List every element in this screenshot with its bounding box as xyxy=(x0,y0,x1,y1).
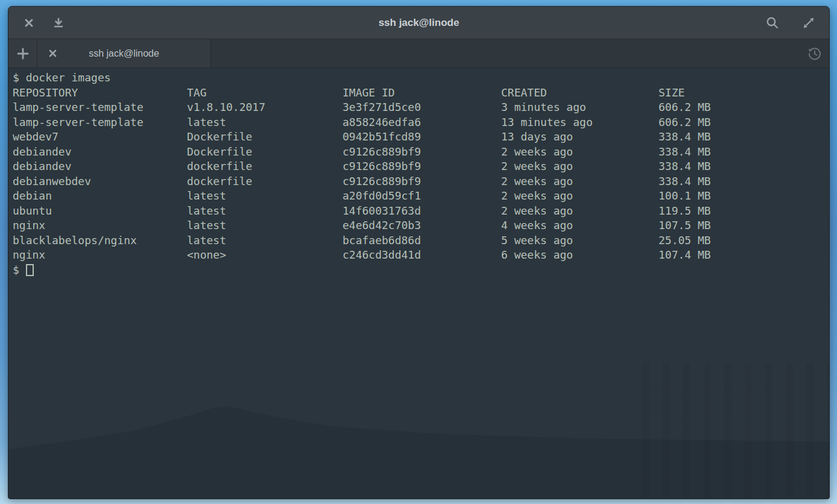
cell-size: 25.05 MB xyxy=(659,233,829,248)
table-row: debian latest a20fd0d59cf1 2 weeks ago 1… xyxy=(13,189,829,204)
cell-repository: lamp-server-template xyxy=(13,100,187,115)
cell-tag: latest xyxy=(187,189,343,204)
tab-ssh-session[interactable]: ssh jack@linode xyxy=(37,39,211,68)
terminal-window: ssh jack@linode xyxy=(8,6,830,499)
terminal-cursor xyxy=(26,264,34,276)
search-button[interactable] xyxy=(760,11,785,35)
maximize-icon xyxy=(802,16,815,30)
docker-images-table: lamp-server-template v1.8.10.2017 3e3f27… xyxy=(13,100,829,263)
table-row: debianwebdev dockerfile c9126c889bf9 2 w… xyxy=(13,174,829,189)
col-header-size: SIZE xyxy=(659,86,829,101)
col-header-tag: TAG xyxy=(187,86,343,101)
table-row: ubuntu latest 14f60031763d 2 weeks ago 1… xyxy=(13,204,829,219)
cell-repository: nginx xyxy=(13,248,187,263)
cell-tag: latest xyxy=(187,233,343,248)
history-button[interactable] xyxy=(800,39,829,68)
cell-image-id: c9126c889bf9 xyxy=(343,159,501,174)
cell-image-id: 14f60031763d xyxy=(343,204,501,219)
cell-size: 338.4 MB xyxy=(659,174,829,189)
table-row: debiandev dockerfile c9126c889bf9 2 week… xyxy=(13,159,829,174)
cell-created: 2 weeks ago xyxy=(501,145,659,160)
cell-created: 6 weeks ago xyxy=(501,248,659,263)
tabbar-spacer xyxy=(211,39,800,68)
cell-size: 107.4 MB xyxy=(659,248,829,263)
cell-image-id: c9126c889bf9 xyxy=(343,174,501,189)
command-line: $ docker images xyxy=(13,71,829,86)
cell-created: 2 weeks ago xyxy=(501,159,659,174)
history-icon xyxy=(807,46,823,61)
col-header-created: CREATED xyxy=(501,86,659,101)
cell-created: 13 minutes ago xyxy=(501,115,659,130)
wallpaper-mountain-silhouette xyxy=(8,369,829,499)
cell-created: 4 weeks ago xyxy=(501,218,659,233)
cell-size: 338.4 MB xyxy=(659,145,829,160)
cell-created: 3 minutes ago xyxy=(501,100,659,115)
table-row: debiandev Dockerfile c9126c889bf9 2 week… xyxy=(13,145,829,160)
cell-repository: lamp-server-template xyxy=(13,115,187,130)
cell-size: 338.4 MB xyxy=(659,130,829,145)
table-row: webdev7 Dockerfile 0942b51fcd89 13 days … xyxy=(13,130,829,145)
plus-icon xyxy=(16,47,30,60)
cell-tag: v1.8.10.2017 xyxy=(187,100,343,115)
terminal-screen[interactable]: $ docker images REPOSITORY TAG IMAGE ID … xyxy=(8,68,829,499)
cell-image-id: 3e3f271d5ce0 xyxy=(343,100,501,115)
cell-image-id: c9126c889bf9 xyxy=(343,145,501,160)
cell-size: 107.5 MB xyxy=(659,218,829,233)
cell-repository: debiandev xyxy=(13,145,187,160)
cell-created: 13 days ago xyxy=(501,130,659,145)
cell-repository: debiandev xyxy=(13,159,187,174)
table-row: nginx <none> c246cd3dd41d 6 weeks ago 10… xyxy=(13,248,829,263)
cell-created: 2 weeks ago xyxy=(501,174,659,189)
tab-label: ssh jack@linode xyxy=(37,48,210,59)
cell-repository: debianwebdev xyxy=(13,174,187,189)
new-tab-button[interactable] xyxy=(8,39,37,68)
window-title: ssh jack@linode xyxy=(8,17,829,29)
tabbar: ssh jack@linode xyxy=(8,39,829,68)
maximize-button[interactable] xyxy=(797,11,821,35)
cell-size: 338.4 MB xyxy=(659,159,829,174)
cell-size: 119.5 MB xyxy=(659,204,829,219)
cell-repository: blacklabelops/nginx xyxy=(13,233,187,248)
table-row: blacklabelops/nginx latest bcafaeb6d86d … xyxy=(13,233,829,248)
cell-repository: ubuntu xyxy=(13,204,187,219)
titlebar: ssh jack@linode xyxy=(8,7,829,39)
cell-size: 100.1 MB xyxy=(659,189,829,204)
prompt-symbol: $ xyxy=(13,263,19,276)
cell-image-id: a20fd0d59cf1 xyxy=(343,189,501,204)
cell-tag: Dockerfile xyxy=(187,130,343,145)
cell-image-id: bcafaeb6d86d xyxy=(343,233,501,248)
cell-image-id: a858246edfa6 xyxy=(343,115,501,130)
tab-close-button[interactable] xyxy=(48,49,57,58)
wallpaper-tree-silhouette xyxy=(642,363,829,499)
cell-created: 2 weeks ago xyxy=(501,189,659,204)
close-icon xyxy=(24,17,34,28)
cell-size: 606.2 MB xyxy=(659,115,829,130)
cell-tag: latest xyxy=(187,115,343,130)
col-header-repository: REPOSITORY xyxy=(13,86,187,101)
cell-repository: nginx xyxy=(13,218,187,233)
cell-tag: dockerfile xyxy=(187,159,343,174)
cell-image-id: c246cd3dd41d xyxy=(343,248,501,263)
col-header-image-id: IMAGE ID xyxy=(343,86,501,101)
cell-repository: debian xyxy=(13,189,187,204)
prompt-line: $ xyxy=(13,263,829,278)
search-icon xyxy=(765,16,780,30)
download-button[interactable] xyxy=(46,11,71,35)
cell-size: 606.2 MB xyxy=(659,100,829,115)
cell-tag: latest xyxy=(187,204,343,219)
cell-tag: latest xyxy=(187,218,343,233)
download-icon xyxy=(52,17,65,29)
close-icon xyxy=(48,49,57,58)
table-row: lamp-server-template v1.8.10.2017 3e3f27… xyxy=(13,100,829,115)
cell-tag: <none> xyxy=(187,248,343,263)
cell-created: 5 weeks ago xyxy=(501,233,659,248)
close-window-button[interactable] xyxy=(17,11,41,35)
cell-image-id: 0942b51fcd89 xyxy=(343,130,501,145)
cell-tag: dockerfile xyxy=(187,174,343,189)
table-row: lamp-server-template latest a858246edfa6… xyxy=(13,115,829,130)
cell-created: 2 weeks ago xyxy=(501,204,659,219)
table-header-row: REPOSITORY TAG IMAGE ID CREATED SIZE xyxy=(13,86,829,101)
table-row: nginx latest e4e6d42c70b3 4 weeks ago 10… xyxy=(13,218,829,233)
cell-repository: webdev7 xyxy=(13,130,187,145)
cell-tag: Dockerfile xyxy=(187,145,343,160)
